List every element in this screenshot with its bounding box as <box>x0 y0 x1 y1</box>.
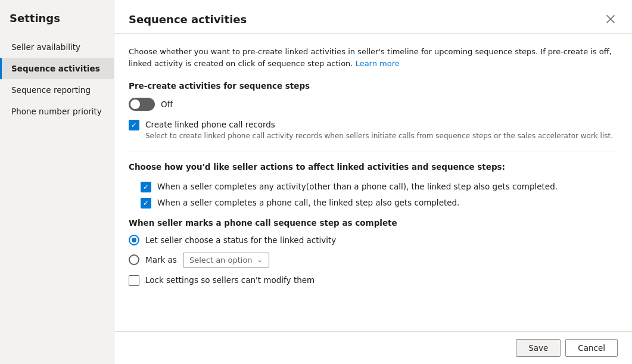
sidebar: Settings Seller availability Sequence ac… <box>0 0 114 364</box>
sidebar-title: Settings <box>0 12 114 36</box>
mark-as-dropdown[interactable]: Select an option ⌄ <box>183 253 269 267</box>
checkbox3-label: When a seller completes a phone call, th… <box>157 197 459 209</box>
radio1-row: Let seller choose a status for the linke… <box>129 235 618 245</box>
check-mark3-icon: ✓ <box>143 200 149 207</box>
divider <box>129 151 618 151</box>
when-section-label: When seller marks a phone call sequence … <box>129 218 618 228</box>
close-button[interactable] <box>603 12 618 26</box>
sidebar-item-phone-number-priority[interactable]: Phone number priority <box>0 101 114 122</box>
check-mark2-icon: ✓ <box>143 183 149 191</box>
pre-create-toggle[interactable] <box>129 98 155 111</box>
panel-header: Sequence activities <box>114 0 632 34</box>
learn-more-link[interactable]: Learn more <box>356 59 400 68</box>
radio1[interactable] <box>129 235 139 245</box>
checkbox3-row: ✓ When a seller completes a phone call, … <box>129 197 618 209</box>
cancel-button[interactable]: Cancel <box>565 339 618 357</box>
lock-settings-checkbox[interactable] <box>129 275 139 286</box>
checkbox1-label: Create linked phone call records <box>145 119 613 130</box>
checkbox3[interactable]: ✓ <box>141 198 151 209</box>
panel-footer: Save Cancel <box>114 331 632 364</box>
lock-settings-row: Lock settings so sellers can't modify th… <box>129 275 618 286</box>
check-mark-icon: ✓ <box>131 122 137 129</box>
save-button[interactable]: Save <box>516 339 561 357</box>
pre-create-toggle-row: Off <box>129 98 618 111</box>
main-panel: Sequence activities Choose whether you w… <box>114 0 632 364</box>
create-linked-records-row: ✓ Create linked phone call records Selec… <box>129 119 618 140</box>
checkbox1-sublabel: Select to create linked phone call activ… <box>145 132 613 140</box>
checkbox2-label: When a seller completes any activity(oth… <box>157 181 558 192</box>
sidebar-item-sequence-activities[interactable]: Sequence activities <box>0 58 114 79</box>
checkbox2[interactable]: ✓ <box>141 182 151 192</box>
close-icon <box>606 14 615 24</box>
create-linked-records-text-block: Create linked phone call records Select … <box>145 119 613 140</box>
chevron-down-icon: ⌄ <box>257 256 263 264</box>
toggle-state-label: Off <box>161 99 173 109</box>
radio1-label: Let seller choose a status for the linke… <box>145 235 336 245</box>
panel-title: Sequence activities <box>129 13 247 26</box>
select-placeholder: Select an option <box>189 256 253 265</box>
sidebar-item-seller-availability[interactable]: Seller availability <box>0 36 114 58</box>
sidebar-item-sequence-reporting[interactable]: Sequence reporting <box>0 79 114 101</box>
lock-settings-label: Lock settings so sellers can't modify th… <box>145 275 315 286</box>
radio2[interactable] <box>129 254 139 265</box>
description-text: Choose whether you want to pre-create li… <box>129 46 617 69</box>
pre-create-label: Pre-create activities for sequence steps <box>129 81 618 91</box>
section2-label: Choose how you'd like seller actions to … <box>129 162 618 172</box>
radio2-row: Mark as Select an option ⌄ <box>129 253 618 267</box>
panel-body: Choose whether you want to pre-create li… <box>114 34 632 331</box>
radio2-prefix: Mark as <box>145 255 177 265</box>
toggle-knob <box>130 99 140 109</box>
checkbox2-row: ✓ When a seller completes any activity(o… <box>129 181 618 192</box>
create-linked-records-checkbox[interactable]: ✓ <box>129 120 139 130</box>
